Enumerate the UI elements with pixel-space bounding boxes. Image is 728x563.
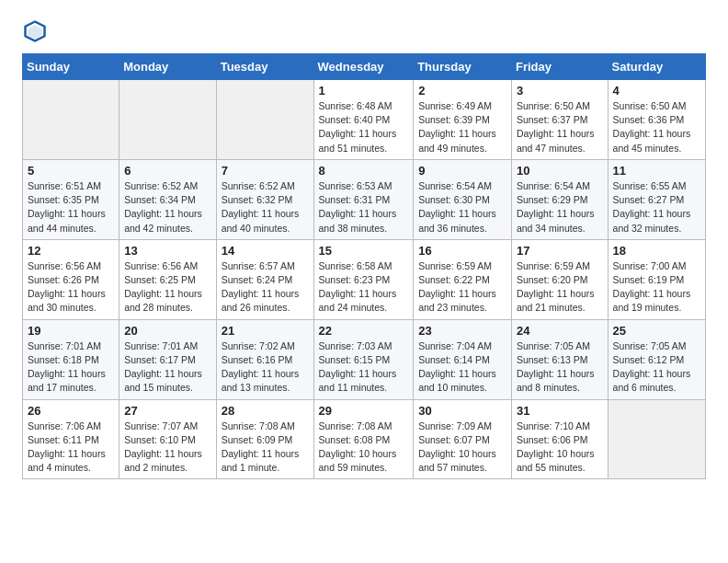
week-row-1: 1Sunrise: 6:48 AM Sunset: 6:40 PM Daylig… bbox=[23, 80, 706, 160]
day-info: Sunrise: 6:56 AM Sunset: 6:25 PM Dayligh… bbox=[124, 259, 210, 316]
week-row-5: 26Sunrise: 7:06 AM Sunset: 6:11 PM Dayli… bbox=[23, 399, 706, 479]
day-number: 31 bbox=[517, 404, 603, 418]
day-number: 4 bbox=[613, 84, 700, 98]
calendar-cell: 18Sunrise: 7:00 AM Sunset: 6:19 PM Dayli… bbox=[608, 239, 705, 319]
day-number: 10 bbox=[517, 164, 603, 178]
day-number: 5 bbox=[28, 164, 114, 178]
day-number: 13 bbox=[124, 244, 210, 258]
week-row-4: 19Sunrise: 7:01 AM Sunset: 6:18 PM Dayli… bbox=[23, 319, 706, 399]
calendar-cell: 1Sunrise: 6:48 AM Sunset: 6:40 PM Daylig… bbox=[313, 80, 414, 160]
calendar-cell: 6Sunrise: 6:52 AM Sunset: 6:34 PM Daylig… bbox=[119, 159, 216, 239]
day-info: Sunrise: 7:00 AM Sunset: 6:19 PM Dayligh… bbox=[613, 259, 700, 316]
calendar-cell: 8Sunrise: 6:53 AM Sunset: 6:31 PM Daylig… bbox=[313, 159, 414, 239]
day-info: Sunrise: 7:01 AM Sunset: 6:17 PM Dayligh… bbox=[124, 339, 210, 396]
day-number: 20 bbox=[124, 324, 210, 338]
day-info: Sunrise: 6:54 AM Sunset: 6:30 PM Dayligh… bbox=[418, 179, 506, 236]
day-info: Sunrise: 7:08 AM Sunset: 6:09 PM Dayligh… bbox=[222, 419, 309, 476]
calendar-cell: 22Sunrise: 7:03 AM Sunset: 6:15 PM Dayli… bbox=[313, 319, 414, 399]
calendar-cell bbox=[23, 80, 119, 160]
weekday-header-saturday: Saturday bbox=[608, 54, 705, 80]
day-info: Sunrise: 7:02 AM Sunset: 6:16 PM Dayligh… bbox=[222, 339, 309, 396]
weekday-header-friday: Friday bbox=[511, 54, 608, 80]
calendar-cell: 4Sunrise: 6:50 AM Sunset: 6:36 PM Daylig… bbox=[608, 80, 705, 160]
day-info: Sunrise: 7:08 AM Sunset: 6:08 PM Dayligh… bbox=[319, 419, 409, 476]
calendar-cell: 14Sunrise: 6:57 AM Sunset: 6:24 PM Dayli… bbox=[216, 239, 313, 319]
day-number: 18 bbox=[613, 244, 700, 258]
day-number: 28 bbox=[222, 404, 309, 418]
day-number: 27 bbox=[124, 404, 210, 418]
calendar-cell: 25Sunrise: 7:05 AM Sunset: 6:12 PM Dayli… bbox=[608, 319, 705, 399]
weekday-header-tuesday: Tuesday bbox=[216, 54, 313, 80]
calendar-cell: 13Sunrise: 6:56 AM Sunset: 6:25 PM Dayli… bbox=[119, 239, 216, 319]
weekday-header-row: SundayMondayTuesdayWednesdayThursdayFrid… bbox=[23, 54, 706, 80]
calendar-cell: 9Sunrise: 6:54 AM Sunset: 6:30 PM Daylig… bbox=[414, 159, 512, 239]
day-info: Sunrise: 6:52 AM Sunset: 6:34 PM Dayligh… bbox=[124, 179, 210, 236]
day-info: Sunrise: 6:53 AM Sunset: 6:31 PM Dayligh… bbox=[319, 179, 409, 236]
day-number: 11 bbox=[613, 164, 700, 178]
weekday-header-thursday: Thursday bbox=[414, 54, 512, 80]
calendar-cell: 29Sunrise: 7:08 AM Sunset: 6:08 PM Dayli… bbox=[313, 399, 414, 479]
day-info: Sunrise: 6:50 AM Sunset: 6:36 PM Dayligh… bbox=[613, 99, 700, 155]
day-info: Sunrise: 6:59 AM Sunset: 6:20 PM Dayligh… bbox=[517, 259, 603, 316]
day-info: Sunrise: 7:07 AM Sunset: 6:10 PM Dayligh… bbox=[124, 419, 210, 476]
day-info: Sunrise: 6:54 AM Sunset: 6:29 PM Dayligh… bbox=[517, 179, 603, 236]
calendar-cell bbox=[608, 399, 705, 479]
week-row-2: 5Sunrise: 6:51 AM Sunset: 6:35 PM Daylig… bbox=[23, 159, 706, 239]
calendar-cell: 20Sunrise: 7:01 AM Sunset: 6:17 PM Dayli… bbox=[119, 319, 216, 399]
day-number: 17 bbox=[517, 244, 603, 258]
calendar-cell: 21Sunrise: 7:02 AM Sunset: 6:16 PM Dayli… bbox=[216, 319, 313, 399]
day-number: 24 bbox=[517, 324, 603, 338]
day-info: Sunrise: 7:01 AM Sunset: 6:18 PM Dayligh… bbox=[28, 339, 114, 396]
day-number: 29 bbox=[319, 404, 409, 418]
day-number: 21 bbox=[222, 324, 309, 338]
calendar-cell: 19Sunrise: 7:01 AM Sunset: 6:18 PM Dayli… bbox=[23, 319, 119, 399]
day-number: 14 bbox=[222, 244, 309, 258]
day-info: Sunrise: 6:51 AM Sunset: 6:35 PM Dayligh… bbox=[28, 179, 114, 236]
week-row-3: 12Sunrise: 6:56 AM Sunset: 6:26 PM Dayli… bbox=[23, 239, 706, 319]
day-info: Sunrise: 6:49 AM Sunset: 6:39 PM Dayligh… bbox=[418, 99, 506, 155]
day-info: Sunrise: 6:50 AM Sunset: 6:37 PM Dayligh… bbox=[517, 99, 603, 155]
calendar-cell: 30Sunrise: 7:09 AM Sunset: 6:07 PM Dayli… bbox=[414, 399, 512, 479]
calendar-cell bbox=[119, 80, 216, 160]
weekday-header-wednesday: Wednesday bbox=[313, 54, 414, 80]
day-number: 2 bbox=[418, 84, 506, 98]
calendar-cell: 31Sunrise: 7:10 AM Sunset: 6:06 PM Dayli… bbox=[511, 399, 608, 479]
day-number: 3 bbox=[517, 84, 603, 98]
day-number: 15 bbox=[319, 244, 409, 258]
calendar-cell: 5Sunrise: 6:51 AM Sunset: 6:35 PM Daylig… bbox=[23, 159, 119, 239]
calendar-cell: 10Sunrise: 6:54 AM Sunset: 6:29 PM Dayli… bbox=[511, 159, 608, 239]
day-info: Sunrise: 7:05 AM Sunset: 6:13 PM Dayligh… bbox=[517, 339, 603, 396]
logo bbox=[22, 18, 51, 44]
weekday-header-sunday: Sunday bbox=[23, 54, 119, 80]
day-info: Sunrise: 7:10 AM Sunset: 6:06 PM Dayligh… bbox=[517, 419, 603, 476]
day-info: Sunrise: 7:05 AM Sunset: 6:12 PM Dayligh… bbox=[613, 339, 700, 396]
day-number: 6 bbox=[124, 164, 210, 178]
day-number: 30 bbox=[418, 404, 506, 418]
day-number: 8 bbox=[319, 164, 409, 178]
day-info: Sunrise: 6:58 AM Sunset: 6:23 PM Dayligh… bbox=[319, 259, 409, 316]
day-number: 22 bbox=[319, 324, 409, 338]
day-number: 7 bbox=[222, 164, 309, 178]
day-info: Sunrise: 6:52 AM Sunset: 6:32 PM Dayligh… bbox=[222, 179, 309, 236]
day-number: 9 bbox=[418, 164, 506, 178]
calendar-cell: 27Sunrise: 7:07 AM Sunset: 6:10 PM Dayli… bbox=[119, 399, 216, 479]
day-number: 19 bbox=[28, 324, 114, 338]
page: SundayMondayTuesdayWednesdayThursdayFrid… bbox=[0, 0, 728, 498]
day-info: Sunrise: 7:04 AM Sunset: 6:14 PM Dayligh… bbox=[418, 339, 506, 396]
calendar-cell: 16Sunrise: 6:59 AM Sunset: 6:22 PM Dayli… bbox=[414, 239, 512, 319]
calendar-cell: 28Sunrise: 7:08 AM Sunset: 6:09 PM Dayli… bbox=[216, 399, 313, 479]
calendar-cell: 2Sunrise: 6:49 AM Sunset: 6:39 PM Daylig… bbox=[414, 80, 512, 160]
day-info: Sunrise: 7:09 AM Sunset: 6:07 PM Dayligh… bbox=[418, 419, 506, 476]
calendar-cell: 11Sunrise: 6:55 AM Sunset: 6:27 PM Dayli… bbox=[608, 159, 705, 239]
calendar-cell: 24Sunrise: 7:05 AM Sunset: 6:13 PM Dayli… bbox=[511, 319, 608, 399]
calendar: SundayMondayTuesdayWednesdayThursdayFrid… bbox=[22, 53, 706, 479]
svg-marker-1 bbox=[28, 25, 42, 40]
day-number: 12 bbox=[28, 244, 114, 258]
calendar-cell: 17Sunrise: 6:59 AM Sunset: 6:20 PM Dayli… bbox=[511, 239, 608, 319]
day-info: Sunrise: 6:55 AM Sunset: 6:27 PM Dayligh… bbox=[613, 179, 700, 236]
day-number: 16 bbox=[418, 244, 506, 258]
day-info: Sunrise: 6:59 AM Sunset: 6:22 PM Dayligh… bbox=[418, 259, 506, 316]
day-number: 26 bbox=[28, 404, 114, 418]
day-info: Sunrise: 6:48 AM Sunset: 6:40 PM Dayligh… bbox=[319, 99, 409, 155]
day-number: 23 bbox=[418, 324, 506, 338]
